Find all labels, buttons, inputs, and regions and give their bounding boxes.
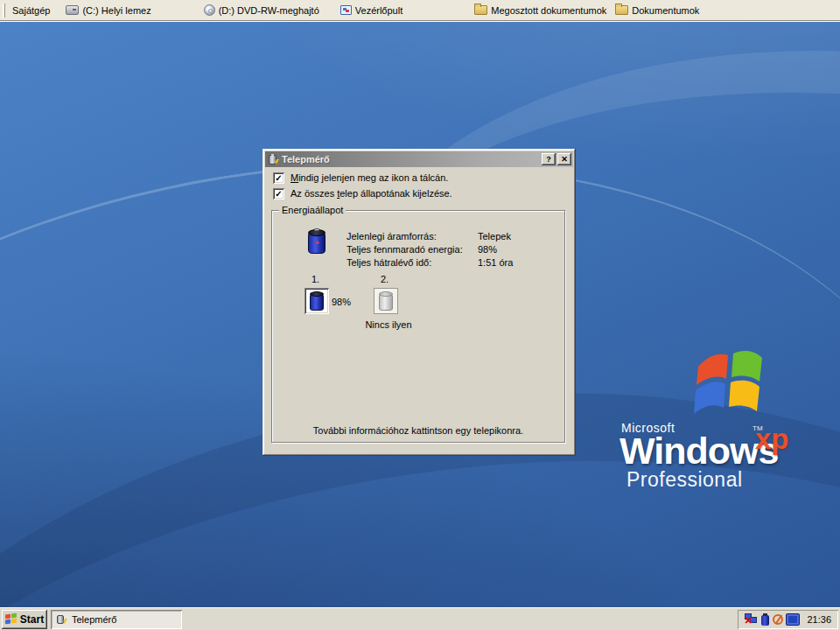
status-value: Telepek — [478, 231, 511, 242]
toolbar-item-label: Vezérlőpult — [355, 5, 402, 16]
battery-1-index: 1. — [312, 274, 319, 284]
toolbar-item-my-computer[interactable]: Sajátgép — [9, 1, 53, 20]
status-label: Teljes hátralévő idő: — [346, 257, 478, 268]
battery-summary-icon: + — [307, 228, 326, 254]
toolbar-item-documents[interactable]: Dokumentumok — [612, 1, 703, 20]
taskbar-task-battery-meter[interactable]: Telepmérő — [51, 610, 182, 629]
toolbar-item-shared-documents[interactable]: Megosztott dokumentumok — [471, 1, 610, 20]
battery-empty-icon — [379, 291, 393, 311]
battery-2-status: Nincs ilyen — [349, 319, 428, 330]
toolbar-item-label: (D:) DVD-RW-meghajtó — [219, 5, 319, 16]
close-button[interactable]: ✕ — [557, 153, 571, 165]
task-label: Telepmérő — [72, 614, 116, 625]
battery-1-percent: 98% — [332, 297, 351, 307]
toolbar-item-control-panel[interactable]: Vezérlőpult — [337, 1, 406, 20]
battery-meter-icon — [267, 154, 279, 165]
checkbox-label: Mindig jelenjen meg az ikon a tálcán. — [290, 172, 448, 183]
toolbar-item-label: Sajátgép — [12, 5, 50, 16]
folder-icon — [474, 5, 487, 15]
battery-meter-icon — [56, 614, 67, 625]
network-disconnected-icon[interactable]: ✕ — [745, 613, 758, 625]
toolbar-item-label: Dokumentumok — [632, 5, 699, 16]
status-value: 98% — [478, 244, 497, 255]
status-row: Jelenlegi áramforrás: Telepek — [346, 229, 513, 242]
taskbar: Start Telepmérő ✕ 21:36 — [0, 607, 840, 630]
toolbar-item-label: Megosztott dokumentumok — [491, 5, 606, 16]
battery-full-icon — [310, 291, 324, 311]
battery-1-icon-button[interactable] — [304, 288, 329, 314]
toolbar-grip[interactable] — [3, 4, 5, 18]
check-mark-icon: ✓ — [275, 188, 282, 200]
status-label: Teljes fennmaradó energia: — [346, 244, 478, 255]
power-status-rows: Jelenlegi áramforrás: Telepek Teljes fen… — [346, 229, 513, 269]
groupbox-title: Energiaállapot — [279, 205, 346, 215]
start-label: Start — [20, 613, 44, 626]
groupbox-footer-hint: További információhoz kattintson egy tel… — [272, 425, 564, 436]
start-button[interactable]: Start — [2, 610, 47, 629]
toolbar-item-label: (C:) Helyi lemez — [82, 5, 150, 16]
battery-meter-dialog: Telepmérő ? ✕ ✓ Mindig jelenjen meg az i… — [262, 149, 576, 456]
checkbox-show-icon[interactable]: ✓ — [273, 172, 284, 184]
windows-xp-logo: Microsoft Windows TM xp Professional — [612, 344, 831, 501]
system-tray: ✕ 21:36 — [738, 610, 838, 629]
windows-flag-icon — [690, 344, 777, 424]
toolbar-item-local-disk[interactable]: (C:) Helyi lemez — [62, 1, 154, 20]
status-row: Teljes fennmaradó energia: 98% — [346, 242, 513, 256]
control-panel-icon — [340, 5, 352, 15]
taskbar-clock[interactable]: 21:36 — [807, 614, 831, 625]
battery-2-index: 2. — [381, 274, 388, 284]
orange-ring-tray-icon[interactable] — [773, 614, 783, 625]
status-value: 1:51 óra — [478, 257, 513, 268]
desktop-toolbar: Sajátgép (C:) Helyi lemez (D:) DVD-RW-me… — [0, 0, 840, 21]
dialog-titlebar[interactable]: Telepmérő ? ✕ — [265, 151, 573, 167]
logo-xp-text: xp — [755, 423, 789, 456]
status-row: Teljes hátralévő idő: 1:51 óra — [346, 256, 513, 269]
disk-drive-icon — [66, 5, 79, 15]
display-tray-icon[interactable] — [787, 614, 799, 625]
power-status-groupbox: Energiaállapot + Jelenlegi áramforrás: T… — [271, 210, 565, 443]
checkbox-row-all-batteries[interactable]: ✓ Az összes telep állapotának kijelzése. — [273, 187, 452, 200]
toolbar-item-dvd-drive[interactable]: (D:) DVD-RW-meghajtó — [200, 1, 323, 20]
checkbox-row-show-icon[interactable]: ✓ Mindig jelenjen meg az ikon a tálcán. — [273, 172, 448, 184]
battery-tray-icon[interactable] — [761, 613, 769, 626]
checkbox-all-batteries[interactable]: ✓ — [273, 188, 284, 200]
battery-2-icon-button[interactable] — [374, 288, 398, 314]
cd-drive-icon — [204, 4, 215, 16]
folder-icon — [615, 5, 628, 15]
logo-edition-text: Professional — [626, 468, 743, 492]
windows-start-icon — [5, 613, 18, 625]
help-button[interactable]: ? — [542, 153, 556, 165]
check-mark-icon: ✓ — [275, 172, 282, 184]
dialog-title: Telepmérő — [282, 154, 540, 164]
status-label: Jelenlegi áramforrás: — [346, 231, 478, 242]
checkbox-label: Az összes telep állapotának kijelzése. — [290, 188, 452, 199]
